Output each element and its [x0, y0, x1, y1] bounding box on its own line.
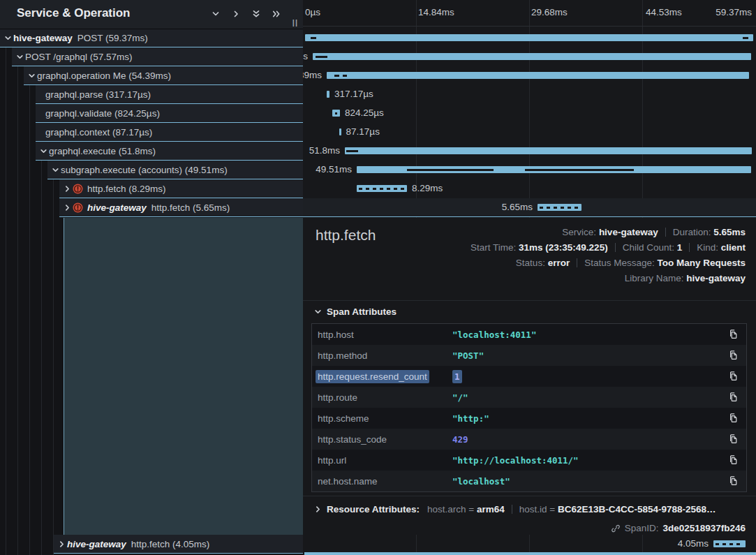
tree-row[interactable]: hive-gatewayhttp.fetch (4.05ms) — [54, 535, 303, 554]
span-service-name: hive-gateway — [67, 539, 126, 549]
timeline-row: 317.17µs — [303, 85, 756, 104]
resource-attributes-row: Resource Attributes: host.arch = arm64ho… — [314, 499, 746, 519]
duration-label: 49.51ms — [316, 164, 352, 175]
span-bar[interactable] — [713, 540, 746, 547]
selected-text: 1 — [452, 370, 462, 383]
resource-attributes-title[interactable]: Resource Attributes: — [327, 504, 420, 515]
duration-label: 5.65ms — [502, 202, 533, 212]
span-id-row: SpanID: 3de02518937fb246 — [611, 523, 746, 533]
link-icon[interactable] — [611, 524, 621, 533]
span-operation-label: POST /graphql (57.57ms) — [25, 52, 133, 62]
copy-button[interactable] — [727, 431, 740, 446]
span-operation-label: http.fetch (4.05ms) — [131, 539, 210, 549]
duration-label: 4.05ms — [678, 538, 709, 549]
attribute-value: "http://localhost:4011/" — [452, 455, 579, 466]
copy-button[interactable] — [727, 348, 740, 362]
tree-row[interactable]: graphql.operation Me (54.39ms) — [24, 66, 303, 85]
chevron-right-icon[interactable] — [62, 204, 73, 212]
panel-resize-handle[interactable]: || — [292, 18, 298, 27]
attribute-value: "/" — [452, 392, 468, 403]
span-operation-label: graphql.context (87.17µs) — [45, 127, 152, 138]
copy-button[interactable] — [727, 473, 740, 488]
span-bar[interactable] — [305, 34, 753, 41]
copy-button[interactable] — [727, 327, 740, 341]
span-bar[interactable] — [538, 204, 581, 211]
meta-line: Library Name: hive-gateway — [470, 271, 746, 286]
double-chevron-right-icon[interactable] — [272, 9, 281, 19]
attribute-key: http.host — [312, 330, 452, 340]
duration-label: 824.25µs — [345, 108, 384, 118]
child-span-marker — [743, 37, 748, 39]
tree-toolbar — [211, 9, 281, 19]
span-bar[interactable] — [313, 53, 751, 60]
meta-label: Duration: — [673, 227, 714, 237]
tree-row[interactable]: graphql.execute (51.8ms) — [36, 142, 303, 161]
tree-row[interactable]: graphql.context (87.17µs) — [36, 123, 303, 142]
chevron-down-icon[interactable] — [27, 72, 37, 80]
chevron-down-icon[interactable] — [211, 9, 221, 19]
chevron-right-icon[interactable] — [57, 540, 67, 548]
chevron-down-icon — [314, 308, 322, 316]
copy-button[interactable] — [727, 410, 740, 425]
timeline-row: 5.65ms — [303, 198, 756, 217]
tree-row[interactable]: http.fetch (8.29ms) — [59, 179, 303, 198]
equals-sign: = — [466, 504, 477, 515]
tree-row[interactable]: graphql.validate (824.25µs) — [36, 104, 303, 123]
attribute-row: http.scheme"http:" — [312, 408, 746, 429]
timeline-row: 4.05ms — [303, 535, 756, 554]
chevron-down-icon[interactable] — [3, 34, 13, 42]
span-id-value: 3de02518937fb246 — [662, 523, 746, 533]
attribute-value: "localhost" — [452, 476, 510, 487]
tree-row[interactable]: hive-gatewayhttp.fetch (5.65ms) — [59, 198, 303, 217]
meta-value: 1 — [677, 242, 683, 253]
trace-view: 0µs14.84ms29.68ms44.53ms59.37ms 57.57ms5… — [0, 0, 756, 555]
attribute-value: 1 — [452, 371, 462, 382]
timeline-row — [303, 29, 756, 47]
divider — [303, 300, 756, 301]
span-bar[interactable] — [345, 147, 752, 154]
chevron-right-icon[interactable] — [314, 505, 322, 513]
span-bar[interactable] — [357, 185, 407, 192]
attribute-key: net.host.name — [312, 476, 452, 487]
attribute-key: http.status_code — [312, 434, 452, 445]
span-attributes-table: http.host"localhost:4011"http.method"POS… — [311, 323, 747, 492]
error-icon — [73, 184, 83, 194]
attribute-value: "http:" — [452, 413, 489, 424]
timeline-bottom-row: 4.05ms — [303, 535, 756, 554]
span-details-panel: http.fetch Service: hive-gatewayDuration… — [303, 218, 756, 535]
axis-tick-label: 0µs — [305, 7, 320, 17]
copy-button[interactable] — [727, 452, 740, 467]
span-attributes-header[interactable]: Span Attributes — [314, 306, 396, 317]
span-operation-label: graphql.execute (51.8ms) — [49, 146, 156, 156]
span-attributes-title: Span Attributes — [327, 306, 396, 317]
tree-row[interactable]: subgraph.execute (accounts) (49.51ms) — [47, 161, 303, 179]
meta-line: Start Time: 31ms (23:35:49.225)Child Cou… — [470, 240, 746, 256]
tree-rows: hive-gatewayPOST (59.37ms)POST /graphql … — [0, 29, 303, 217]
span-bar[interactable] — [339, 128, 341, 135]
duration-label: 54.39ms — [303, 70, 322, 80]
meta-label: Status: — [516, 258, 548, 268]
clipped-span-bar[interactable] — [304, 552, 756, 555]
span-service-name: hive-gateway — [87, 202, 147, 213]
chevron-down-icon[interactable] — [38, 147, 49, 155]
attribute-value: "POST" — [452, 350, 484, 361]
chevron-right-icon[interactable] — [62, 185, 73, 193]
chevron-down-icon[interactable] — [50, 166, 61, 174]
divider — [665, 228, 666, 237]
tree-row[interactable]: graphql.parse (317.17µs) — [36, 85, 303, 104]
chevron-down-icon[interactable] — [15, 53, 25, 61]
resource-value: arm64 — [477, 504, 505, 515]
duration-label: 87.17µs — [346, 126, 380, 137]
chevron-right-icon[interactable] — [231, 9, 241, 19]
resource-attributes-items: host.arch = arm64host.id = BC62E13B-C4CC… — [427, 504, 716, 515]
span-bar[interactable] — [327, 72, 749, 79]
span-bar[interactable] — [327, 91, 329, 98]
meta-value: 31ms (23:35:49.225) — [519, 242, 608, 253]
double-chevron-down-icon[interactable] — [251, 9, 261, 19]
copy-button[interactable] — [727, 369, 740, 383]
tree-row[interactable]: hive-gatewayPOST (59.37ms) — [0, 29, 303, 47]
details-meta: Service: hive-gatewayDuration: 5.65msSta… — [470, 225, 746, 286]
copy-button[interactable] — [727, 390, 740, 404]
panel-title: Service & Operation — [17, 6, 131, 20]
tree-row[interactable]: POST /graphql (57.57ms) — [12, 47, 303, 66]
